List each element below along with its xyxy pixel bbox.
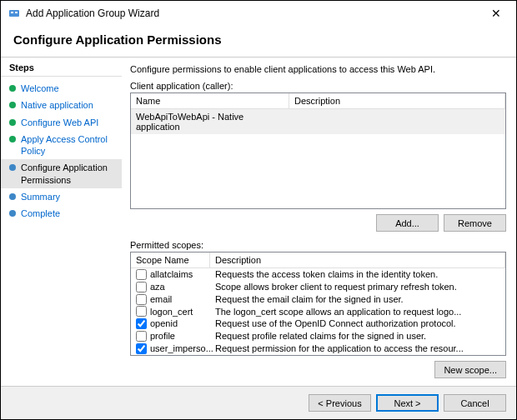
step-label: Native application bbox=[21, 99, 93, 111]
step-dot-icon bbox=[9, 136, 16, 142]
scope-row[interactable]: allatclaimsRequests the access token cla… bbox=[131, 268, 505, 281]
app-icon bbox=[8, 7, 21, 20]
scope-checkbox[interactable] bbox=[136, 331, 147, 342]
step-label: Configure Web API bbox=[21, 117, 98, 128]
add-button[interactable]: Add... bbox=[376, 214, 439, 232]
client-section-label: Client application (caller): bbox=[130, 81, 506, 91]
main-panel: Configure permissions to enable client a… bbox=[122, 58, 516, 391]
step-dot-icon bbox=[9, 119, 16, 126]
sidebar-step-1[interactable]: Native application bbox=[1, 97, 122, 113]
page-header: Configure Application Permissions bbox=[1, 26, 516, 58]
scope-desc: The logon_cert scope allows an applicati… bbox=[215, 306, 502, 318]
scope-checkbox[interactable] bbox=[136, 343, 147, 354]
step-dot-icon bbox=[9, 210, 16, 217]
scope-name: openid bbox=[150, 318, 215, 330]
scope-checkbox[interactable] bbox=[136, 294, 147, 305]
window-title: Add Application Group Wizard bbox=[26, 8, 159, 19]
sidebar-step-6[interactable]: Complete bbox=[1, 205, 122, 222]
svg-rect-0 bbox=[9, 10, 19, 17]
cancel-button[interactable]: Cancel bbox=[444, 394, 506, 412]
page-title: Configure Application Permissions bbox=[13, 32, 504, 47]
scope-desc: Request permission for the application t… bbox=[215, 342, 502, 355]
scope-row[interactable]: vpn_certThe vpn_cert scope allows an app… bbox=[131, 355, 505, 356]
client-row-name: WebApiToWebApi - Native application bbox=[131, 109, 289, 134]
close-icon[interactable]: ✕ bbox=[483, 3, 509, 23]
scopes-label: Permitted scopes: bbox=[130, 240, 506, 250]
client-list-header: Name Description bbox=[131, 93, 505, 109]
sidebar-step-4[interactable]: Configure Application Permissions bbox=[1, 159, 122, 188]
scope-checkbox[interactable] bbox=[136, 318, 147, 329]
scope-name: vpn_cert bbox=[150, 355, 215, 356]
step-dot-icon bbox=[9, 102, 16, 108]
svg-rect-2 bbox=[15, 12, 18, 13]
sidebar-step-2[interactable]: Configure Web API bbox=[1, 114, 122, 131]
step-label: Configure Application Permissions bbox=[21, 162, 113, 186]
scope-col-description[interactable]: Description bbox=[210, 252, 505, 268]
scope-name: allatclaims bbox=[150, 268, 215, 281]
scope-desc: Request the email claim for the signed i… bbox=[215, 293, 502, 306]
scope-col-name[interactable]: Scope Name bbox=[131, 252, 210, 268]
step-dot-icon bbox=[9, 193, 16, 200]
scope-list-header: Scope Name Description bbox=[131, 252, 505, 268]
svg-rect-1 bbox=[11, 12, 13, 13]
scope-name: logon_cert bbox=[150, 306, 215, 318]
steps-heading: Steps bbox=[1, 62, 122, 77]
title-bar: Add Application Group Wizard ✕ bbox=[1, 1, 516, 26]
step-dot-icon bbox=[9, 164, 16, 171]
scope-desc: The vpn_cert scope allows an application… bbox=[215, 355, 502, 356]
intro-text: Configure permissions to enable client a… bbox=[130, 64, 506, 74]
scope-row[interactable]: user_imperso...Request permission for th… bbox=[131, 342, 505, 355]
client-row-desc bbox=[289, 109, 505, 134]
permitted-scopes-list[interactable]: Scope Name Description allatclaimsReques… bbox=[130, 252, 506, 356]
sidebar-step-3[interactable]: Apply Access Control Policy bbox=[1, 131, 122, 160]
step-dot-icon bbox=[9, 85, 16, 92]
scope-desc: Request profile related claims for the s… bbox=[215, 330, 502, 342]
scope-checkbox[interactable] bbox=[136, 282, 147, 292]
next-button[interactable]: Next > bbox=[376, 394, 439, 412]
scope-desc: Requests the access token claims in the … bbox=[215, 268, 502, 281]
scope-row[interactable]: azaScope allows broker client to request… bbox=[131, 281, 505, 293]
sidebar-step-0[interactable]: Welcome bbox=[1, 80, 122, 97]
scope-checkbox[interactable] bbox=[136, 269, 147, 280]
scope-name: user_imperso... bbox=[150, 342, 215, 355]
scope-checkbox[interactable] bbox=[136, 306, 147, 317]
scope-row[interactable]: logon_certThe logon_cert scope allows an… bbox=[131, 306, 505, 318]
client-row[interactable]: WebApiToWebApi - Native application bbox=[131, 109, 505, 134]
previous-button[interactable]: < Previous bbox=[309, 394, 371, 412]
new-scope-button[interactable]: New scope... bbox=[434, 361, 506, 378]
steps-sidebar: Steps WelcomeNative applicationConfigure… bbox=[1, 58, 122, 391]
client-col-description[interactable]: Description bbox=[289, 93, 505, 108]
step-label: Apply Access Control Policy bbox=[21, 133, 113, 158]
step-label: Welcome bbox=[21, 82, 59, 94]
scope-desc: Scope allows broker client to request pr… bbox=[215, 281, 502, 293]
step-label: Summary bbox=[21, 191, 60, 202]
scope-row[interactable]: emailRequest the email claim for the sig… bbox=[131, 293, 505, 306]
scope-row[interactable]: profileRequest profile related claims fo… bbox=[131, 330, 505, 342]
client-col-name[interactable]: Name bbox=[131, 93, 289, 108]
scope-row[interactable]: openidRequest use of the OpenID Connect … bbox=[131, 318, 505, 330]
scope-name: aza bbox=[150, 281, 215, 293]
client-application-list[interactable]: Name Description WebApiToWebApi - Native… bbox=[130, 92, 506, 209]
scope-name: email bbox=[150, 293, 215, 306]
step-label: Complete bbox=[21, 208, 60, 219]
scope-name: profile bbox=[150, 330, 215, 342]
remove-button[interactable]: Remove bbox=[444, 214, 506, 232]
sidebar-step-5[interactable]: Summary bbox=[1, 188, 122, 205]
wizard-footer: < Previous Next > Cancel bbox=[1, 386, 516, 419]
scope-desc: Request use of the OpenID Connect author… bbox=[215, 318, 502, 330]
